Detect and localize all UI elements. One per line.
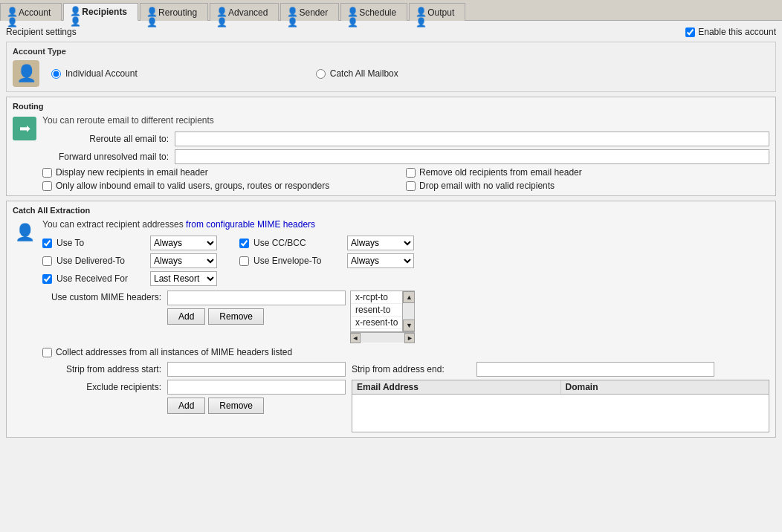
- account-type-section: Account Type 👤 Individual Account Catch …: [6, 42, 776, 92]
- reroute-row: Reroute all email to:: [42, 132, 769, 146]
- account-icon: 👤: [7, 7, 19, 19]
- reroute-input[interactable]: [175, 132, 769, 146]
- mime-list-scroll-right[interactable]: ►: [404, 333, 415, 343]
- use-envelope-to-select[interactable]: Always Last Resort Never: [347, 253, 414, 268]
- custom-mime-controls: Add Remove x-rcpt-to resent-to x-resent-…: [167, 291, 415, 343]
- use-delivered-to-select[interactable]: Always Last Resort Never: [150, 253, 217, 268]
- exclude-table: Email Address Domain: [352, 380, 769, 432]
- use-envelope-to-label: Use Envelope-To: [253, 256, 343, 266]
- strip-end-input[interactable]: [476, 362, 714, 377]
- use-delivered-to-label: Use Delivered-To: [56, 256, 146, 266]
- tab-schedule-label: Schedule: [359, 7, 396, 18]
- remove-old-checkbox[interactable]: [406, 168, 416, 178]
- tab-rerouting[interactable]: 👤 Rerouting: [140, 3, 208, 21]
- mime-list-item-1[interactable]: x-rcpt-to: [351, 291, 402, 304]
- custom-mime-remove-button[interactable]: Remove: [208, 308, 264, 325]
- exclude-left: Exclude recipients: Add Remove: [42, 380, 346, 414]
- strip-start-label: Strip from address start:: [42, 364, 161, 374]
- collect-all-checkbox[interactable]: [42, 348, 52, 357]
- mime-list-container: x-rcpt-to resent-to x-resent-to ▲ ▼: [350, 291, 415, 343]
- exclude-remove-button[interactable]: Remove: [208, 398, 264, 414]
- mime-controls: Use To Always Last Resort Never Use Deli…: [42, 236, 769, 286]
- custom-mime-row: Use custom MIME headers: Add Remove: [42, 291, 769, 343]
- mime-list-item-3[interactable]: x-resent-to: [351, 317, 402, 329]
- routing-inner: ➡ You can reroute email to different rec…: [13, 115, 769, 191]
- mime-list-scroll-track: [403, 303, 414, 319]
- drop-email-checkbox[interactable]: [406, 181, 416, 191]
- tab-recipients-label: Recipients: [82, 7, 127, 17]
- use-delivered-to-checkbox[interactable]: [42, 256, 52, 266]
- routing-checkbox-col2: Remove old recipients from email header …: [406, 167, 769, 191]
- tab-account-label: Account: [19, 7, 51, 18]
- use-received-for-label: Use Received For: [56, 273, 146, 284]
- custom-mime-input[interactable]: [167, 291, 346, 305]
- catchall-radio[interactable]: [316, 69, 326, 79]
- sender-icon: 👤: [287, 7, 299, 19]
- recipient-settings-title: Recipient settings: [6, 27, 77, 37]
- mime-right-col: Use CC/BCC Always Last Resort Never Use …: [239, 236, 414, 286]
- exclude-row: Exclude recipients: Add Remove Email Add…: [42, 380, 769, 432]
- strip-start-input[interactable]: [167, 362, 346, 377]
- tab-schedule[interactable]: 👤 Schedule: [340, 3, 407, 21]
- enable-account-checkbox[interactable]: [685, 27, 695, 37]
- use-cc-bcc-row: Use CC/BCC Always Last Resort Never: [239, 236, 414, 250]
- catch-all-desc-text: You can extract recipient addresses from…: [42, 219, 315, 230]
- routing-desc: You can reroute email to different recip…: [42, 115, 769, 126]
- use-received-for-checkbox[interactable]: [42, 274, 52, 284]
- use-to-select[interactable]: Always Last Resort Never: [150, 236, 217, 250]
- tab-output-label: Output: [427, 7, 454, 18]
- advanced-icon: 👤: [216, 7, 228, 19]
- exclude-input[interactable]: [167, 380, 346, 395]
- exclude-table-body: [352, 395, 769, 432]
- tab-recipients[interactable]: 👤 Recipients: [63, 3, 138, 21]
- checkbox-only-allow: Only allow inbound email to valid users,…: [42, 181, 406, 191]
- individual-radio[interactable]: [51, 69, 61, 79]
- exclude-buttons-row: Add Remove: [42, 398, 346, 414]
- enable-account-label: Enable this account: [698, 27, 776, 37]
- section-header: Recipient settings Enable this account: [6, 27, 776, 37]
- recipients-icon: 👤: [70, 6, 82, 18]
- use-envelope-to-checkbox[interactable]: [239, 256, 249, 266]
- checkbox-drop-email: Drop email with no valid recipients: [406, 181, 769, 191]
- catch-all-desc: You can extract recipient addresses from…: [42, 219, 769, 230]
- rerouting-icon: 👤: [146, 7, 158, 19]
- forward-input[interactable]: [175, 149, 769, 164]
- tab-output[interactable]: 👤 Output: [409, 3, 465, 21]
- use-received-for-row: Use Received For Always Last Resort Neve…: [42, 271, 217, 286]
- mime-list-scroll-up[interactable]: ▲: [403, 291, 415, 303]
- routing-icon: ➡: [13, 117, 36, 140]
- individual-label: Individual Account: [65, 68, 138, 79]
- enable-checkbox-area: Enable this account: [685, 27, 776, 37]
- mime-list-inner: x-rcpt-to resent-to x-resent-to: [351, 291, 402, 331]
- schedule-icon: 👤: [347, 7, 359, 19]
- use-cc-bcc-checkbox[interactable]: [239, 239, 249, 248]
- use-to-checkbox[interactable]: [42, 239, 52, 248]
- only-allow-checkbox[interactable]: [42, 181, 52, 191]
- custom-mime-input-col: Add Remove: [167, 291, 346, 343]
- forward-row: Forward unresolved mail to:: [42, 149, 769, 164]
- display-new-checkbox[interactable]: [42, 168, 52, 178]
- catchall-label: Catch All Mailbox: [330, 68, 398, 79]
- exclude-add-button[interactable]: Add: [167, 398, 205, 414]
- forward-label: Forward unresolved mail to:: [42, 152, 169, 162]
- use-envelope-to-row: Use Envelope-To Always Last Resort Never: [239, 253, 414, 268]
- use-received-for-select[interactable]: Always Last Resort Never: [150, 271, 217, 286]
- account-type-label: Account Type: [13, 47, 769, 56]
- mime-list-scroll-left[interactable]: ◄: [350, 333, 361, 343]
- use-to-label: Use To: [56, 238, 146, 248]
- custom-mime-label: Use custom MIME headers:: [42, 291, 161, 302]
- catch-all-content: You can extract recipient addresses from…: [42, 219, 769, 432]
- main-content: Recipient settings Enable this account A…: [0, 21, 782, 444]
- radio-catchall: Catch All Mailbox: [316, 68, 398, 79]
- tab-account[interactable]: 👤 Account: [0, 3, 62, 21]
- tab-sender[interactable]: 👤 Sender: [280, 3, 339, 21]
- catch-all-title: Catch All Extraction: [13, 206, 769, 215]
- mime-list-item-2[interactable]: resent-to: [351, 304, 402, 317]
- use-cc-bcc-select[interactable]: Always Last Resort Never: [347, 236, 414, 250]
- custom-mime-add-button[interactable]: Add: [167, 308, 205, 325]
- mime-list-scroll-down[interactable]: ▼: [403, 319, 415, 331]
- mime-list-scrollbar-h: ◄ ►: [350, 332, 415, 343]
- routing-content: You can reroute email to different recip…: [42, 115, 769, 191]
- tab-advanced-label: Advanced: [228, 7, 268, 18]
- tab-advanced[interactable]: 👤 Advanced: [210, 3, 279, 21]
